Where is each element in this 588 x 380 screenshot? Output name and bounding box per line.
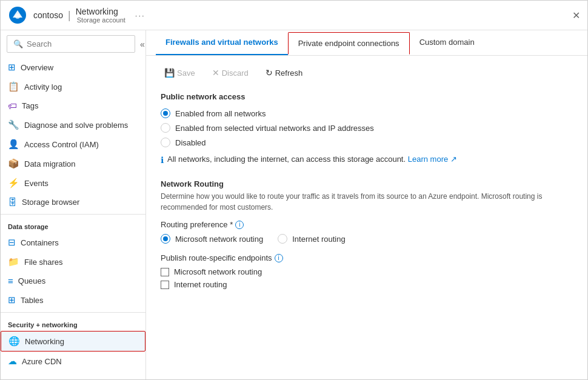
window-title: Networking xyxy=(76,7,125,16)
sidebar-item-label: File shares xyxy=(24,258,63,267)
sidebar-item-events[interactable]: ⚡ Events xyxy=(1,173,145,193)
tab-firewalls[interactable]: Firewalls and virtual networks xyxy=(156,30,288,55)
publish-endpoints-info-icon[interactable]: i xyxy=(275,254,283,262)
radio-disabled[interactable]: Disabled xyxy=(161,138,573,147)
main-window: contoso | Networking Storage account ···… xyxy=(0,0,588,380)
save-button[interactable]: 💾 Save xyxy=(161,65,199,80)
tags-icon: 🏷 xyxy=(8,101,17,111)
refresh-button[interactable]: ↻ Refresh xyxy=(262,65,307,80)
main-content: 🔍 « ⊞ Overview 📋 Activity log 🏷 Tags 🔧 D xyxy=(1,30,587,379)
radio-circle-selected-networks xyxy=(161,123,170,133)
sidebar-item-label: Networking xyxy=(25,337,64,346)
search-icon: 🔍 xyxy=(13,39,23,48)
storage-browser-icon: 🗄 xyxy=(8,197,17,207)
tab-private-endpoints[interactable]: Private endpoint connections xyxy=(288,32,410,55)
external-link-icon: ↗ xyxy=(450,155,457,164)
tab-custom-domain[interactable]: Custom domain xyxy=(410,30,484,55)
svg-point-1 xyxy=(15,14,20,19)
data-storage-section-label: Data storage xyxy=(1,217,145,233)
search-input[interactable] xyxy=(27,39,129,48)
queues-icon: ≡ xyxy=(8,276,13,286)
window-subtitle: Storage account xyxy=(77,16,125,24)
sidebar-item-tags[interactable]: 🏷 Tags xyxy=(1,96,145,115)
checkbox-microsoft-routing[interactable]: Microsoft network routing xyxy=(161,267,573,276)
overview-icon: ⊞ xyxy=(8,62,16,73)
sidebar-item-label: Queues xyxy=(18,276,46,285)
activity-log-icon: 📋 xyxy=(8,81,19,92)
info-box: ℹ All networks, including the internet, … xyxy=(161,155,573,165)
discard-icon: ✕ xyxy=(212,68,219,78)
sidebar-item-storage-browser[interactable]: 🗄 Storage browser xyxy=(1,193,145,212)
sidebar-item-activity-log[interactable]: 📋 Activity log xyxy=(1,77,145,96)
sidebar-item-data-migration[interactable]: 📦 Data migration xyxy=(1,154,145,173)
sidebar-item-azure-cdn[interactable]: ☁ Azure CDN xyxy=(1,352,145,371)
sidebar-item-queues[interactable]: ≡ Queues xyxy=(1,272,145,290)
sidebar-item-diagnose[interactable]: 🔧 Diagnose and solve problems xyxy=(1,115,145,135)
nav-divider-2 xyxy=(1,312,145,313)
radio-circle-microsoft-routing xyxy=(161,234,170,244)
cdn-icon: ☁ xyxy=(8,356,17,367)
networking-icon: 🌐 xyxy=(8,336,20,347)
more-options-button[interactable]: ··· xyxy=(135,11,145,20)
discard-button[interactable]: ✕ Discard xyxy=(209,65,252,80)
sidebar-item-label: Storage browser xyxy=(22,198,79,207)
radio-microsoft-routing[interactable]: Microsoft network routing xyxy=(161,234,263,244)
checkbox-square-microsoft xyxy=(161,268,169,276)
file-shares-icon: 📁 xyxy=(8,256,19,267)
title-bar: contoso | Networking Storage account ···… xyxy=(1,1,587,30)
sidebar-item-tables[interactable]: ⊞ Tables xyxy=(1,290,145,310)
sidebar: 🔍 « ⊞ Overview 📋 Activity log 🏷 Tags 🔧 D xyxy=(1,30,146,379)
sidebar-item-label: Data migration xyxy=(24,159,76,168)
title-bar-text: contoso | Networking Storage account ··· xyxy=(33,7,145,24)
right-panel: Firewalls and virtual networks Private e… xyxy=(146,30,587,379)
refresh-icon: ↻ xyxy=(266,68,273,78)
network-routing-section: Network Routing Determine how you would … xyxy=(161,179,573,289)
radio-circle-disabled xyxy=(161,138,170,147)
radio-circle-all-networks xyxy=(161,108,170,118)
radio-internet-routing[interactable]: Internet routing xyxy=(278,234,345,244)
toolbar: 💾 Save ✕ Discard ↻ Refresh xyxy=(161,65,573,80)
sidebar-item-file-shares[interactable]: 📁 File shares xyxy=(1,252,145,272)
app-icon xyxy=(8,5,27,25)
sidebar-item-label: Activity log xyxy=(24,82,62,92)
sidebar-item-label: Tags xyxy=(22,101,38,110)
sidebar-item-networking[interactable]: 🌐 Networking xyxy=(1,331,145,352)
diagnose-icon: 🔧 xyxy=(8,119,19,130)
radio-circle-internet-routing xyxy=(278,234,287,244)
checkbox-square-internet xyxy=(161,281,169,289)
sidebar-item-overview[interactable]: ⊞ Overview xyxy=(1,58,145,77)
network-routing-description: Determine how you would like to route yo… xyxy=(161,191,555,213)
tabs-bar: Firewalls and virtual networks Private e… xyxy=(146,30,587,56)
sidebar-item-label: Events xyxy=(24,179,48,188)
save-icon: 💾 xyxy=(164,68,175,78)
public-access-radio-group: Enabled from all networks Enabled from s… xyxy=(161,108,573,147)
info-icon: ℹ xyxy=(161,155,164,165)
radio-all-networks[interactable]: Enabled from all networks xyxy=(161,108,573,118)
routing-preference-options: Microsoft network routing Internet routi… xyxy=(161,234,573,244)
routing-preference-info-icon[interactable]: i xyxy=(235,221,244,229)
app-name: contoso xyxy=(33,10,63,20)
sidebar-item-label: Tables xyxy=(21,296,44,305)
routing-preference-label: Routing preference * i xyxy=(161,220,573,229)
sidebar-item-label: Azure CDN xyxy=(22,357,62,366)
sidebar-item-access-control[interactable]: 👤 Access Control (IAM) xyxy=(1,135,145,154)
collapse-sidebar-button[interactable]: « xyxy=(135,36,146,53)
close-button[interactable]: ✕ xyxy=(572,10,580,21)
publish-endpoints-label: Publish route-specific endpoints i xyxy=(161,253,573,262)
public-network-access-title: Public network access xyxy=(161,92,573,101)
radio-selected-networks[interactable]: Enabled from selected virtual networks a… xyxy=(161,123,573,133)
data-migration-icon: 📦 xyxy=(8,158,19,169)
security-section-label: Security + networking xyxy=(1,315,145,331)
sidebar-item-label: Overview xyxy=(21,63,53,72)
network-routing-title: Network Routing xyxy=(161,179,573,188)
sidebar-item-label: Diagnose and solve problems xyxy=(24,121,128,130)
events-icon: ⚡ xyxy=(8,178,19,188)
search-box[interactable]: 🔍 xyxy=(7,35,135,53)
sidebar-item-containers[interactable]: ⊟ Containers xyxy=(1,233,145,252)
tables-icon: ⊞ xyxy=(8,295,16,305)
checkbox-internet-routing[interactable]: Internet routing xyxy=(161,280,573,289)
nav-divider-1 xyxy=(1,214,145,215)
containers-icon: ⊟ xyxy=(8,237,16,248)
learn-more-link[interactable]: Learn more ↗ xyxy=(408,155,457,164)
public-network-access-section: Public network access Enabled from all n… xyxy=(161,92,573,165)
